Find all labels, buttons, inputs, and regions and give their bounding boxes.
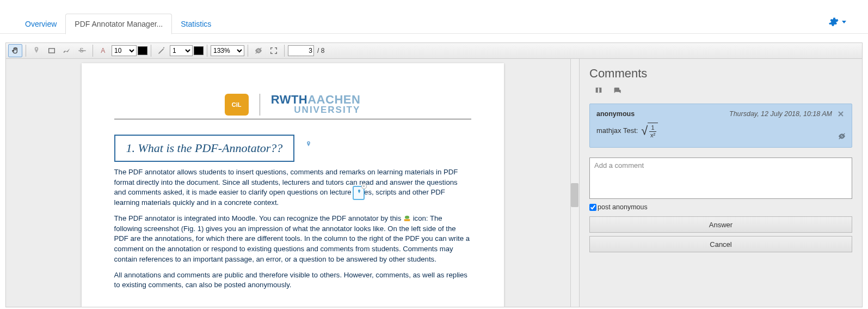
- text-color-swatch[interactable]: [138, 46, 147, 55]
- cil-logo: CiL: [225, 94, 249, 116]
- toolbar-separator: [93, 45, 93, 57]
- tab-overview[interactable]: Overview: [16, 14, 65, 34]
- post-anonymous-row[interactable]: post anonymous: [589, 203, 852, 211]
- paragraph-3: All annotations and comments are public …: [114, 270, 471, 290]
- hide-icon[interactable]: [838, 132, 846, 143]
- paragraph-2: The PDF annotator is integrated into Moo…: [114, 214, 471, 265]
- comment-body: mathjax Test: √ 1x²: [596, 123, 845, 138]
- fullscreen-button[interactable]: [267, 44, 281, 57]
- tab-annotator-manager[interactable]: PDF Annotator Manager...: [65, 14, 172, 34]
- annotation-close-icon[interactable]: ×: [361, 184, 367, 189]
- pdf-page: CiL RWTHAACHEN UNIVERSITY 1. What is the…: [82, 63, 504, 307]
- rwth-logo: RWTHAACHEN UNIVERSITY: [271, 94, 361, 114]
- header-logo-row: CiL RWTHAACHEN UNIVERSITY: [114, 94, 471, 119]
- pdf-toolbar: S A 10 1 133% / 8: [5, 43, 863, 59]
- document-viewport[interactable]: CiL RWTHAACHEN UNIVERSITY 1. What is the…: [5, 59, 580, 307]
- visibility-toggle-button[interactable]: [251, 44, 266, 57]
- comments-toolbar: [589, 84, 852, 104]
- answer-button[interactable]: Answer: [589, 216, 852, 233]
- chat-icon[interactable]: [612, 86, 622, 97]
- math-formula: √ 1x²: [641, 123, 657, 138]
- line-width-select[interactable]: 1: [170, 45, 193, 56]
- section-heading-annotation[interactable]: 1. What is the PDF-Annotator??: [114, 135, 295, 162]
- scrollbar-thumb[interactable]: [571, 183, 578, 207]
- hand-tool-button[interactable]: [8, 44, 22, 57]
- rectangle-tool-button[interactable]: [45, 44, 59, 57]
- bookmark-annotation[interactable]: ×: [353, 186, 365, 200]
- pin-annotation-icon[interactable]: [305, 139, 312, 152]
- toolbar-separator: [26, 45, 26, 57]
- gear-icon: [828, 16, 839, 27]
- logo-divider: [260, 94, 260, 116]
- add-comment-textarea[interactable]: [589, 157, 852, 199]
- annotation-pin-icon: [356, 188, 362, 198]
- paragraph-1: The PDF annotator allows students to ins…: [114, 167, 471, 208]
- svg-point-6: [405, 216, 409, 219]
- pen-tool-button[interactable]: [155, 44, 169, 57]
- toolbar-separator: [248, 45, 248, 57]
- rwth-univ: UNIVERSITY: [271, 106, 361, 114]
- font-size-select[interactable]: 10: [112, 45, 137, 56]
- comment-timestamp: Thursday, 12 July 2018, 10:18 AM: [729, 110, 832, 118]
- pdf-annotator-inline-icon: [403, 215, 411, 222]
- comments-title: Comments: [589, 66, 852, 81]
- highlight-tool-button[interactable]: [60, 44, 74, 57]
- svg-rect-0: [49, 49, 55, 53]
- zoom-select[interactable]: 133%: [211, 45, 244, 56]
- close-icon[interactable]: [836, 110, 845, 118]
- text-tool-button[interactable]: A: [96, 44, 110, 57]
- caret-down-icon: [842, 21, 846, 23]
- toolbar-separator: [284, 45, 285, 57]
- pin-tool-button[interactable]: [29, 44, 44, 57]
- post-anonymous-checkbox[interactable]: [589, 204, 596, 211]
- comment-header: anonymous Thursday, 12 July 2018, 10:18 …: [596, 110, 845, 118]
- settings-menu[interactable]: [828, 16, 846, 27]
- tabs-row: Overview PDF Annotator Manager... Statis…: [0, 0, 868, 34]
- page-number-input[interactable]: [288, 45, 314, 56]
- page-total-label: / 8: [315, 47, 324, 54]
- header-area: Overview PDF Annotator Manager... Statis…: [0, 0, 868, 34]
- cancel-button[interactable]: Cancel: [589, 236, 852, 252]
- comment-author: anonymous: [596, 110, 635, 118]
- document-scrollbar[interactable]: [570, 59, 579, 307]
- line-color-swatch[interactable]: [194, 46, 204, 55]
- post-anonymous-label: post anonymous: [598, 203, 648, 211]
- workspace: CiL RWTHAACHEN UNIVERSITY 1. What is the…: [5, 59, 863, 307]
- svg-text:A: A: [101, 47, 105, 54]
- book-icon[interactable]: [594, 86, 604, 97]
- toolbar-separator: [207, 45, 207, 57]
- comments-panel: Comments anonymous Thursday, 12 July 201…: [580, 59, 863, 307]
- comment-item[interactable]: anonymous Thursday, 12 July 2018, 10:18 …: [589, 104, 852, 148]
- tab-statistics[interactable]: Statistics: [172, 14, 220, 34]
- strikethrough-tool-button[interactable]: S: [75, 44, 89, 57]
- svg-rect-5: [404, 220, 410, 222]
- toolbar-separator: [151, 45, 151, 57]
